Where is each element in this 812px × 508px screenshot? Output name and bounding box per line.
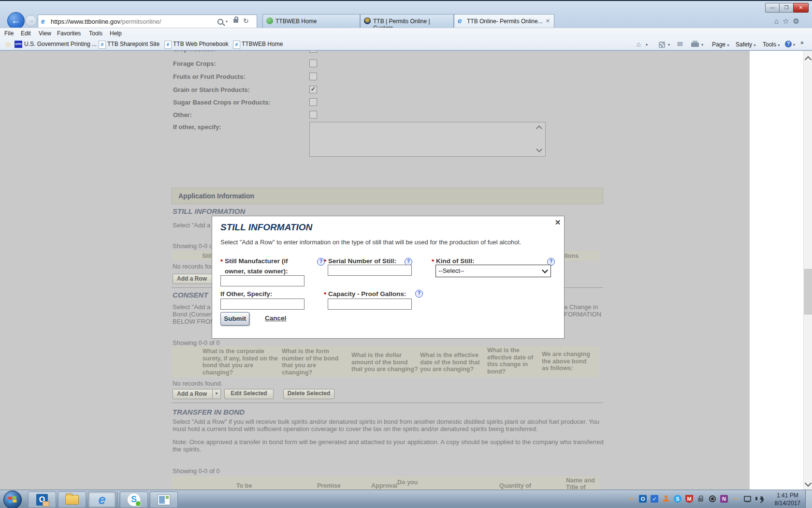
home-icon[interactable]: ⌂ <box>774 17 783 25</box>
rss-caret-icon[interactable]: ▾ <box>668 43 670 47</box>
taskbar-skype-button[interactable]: S <box>120 492 148 508</box>
edit-selected-button: Edit Selected <box>224 389 274 399</box>
serial-input[interactable] <box>328 265 412 276</box>
transfer-para-line1: Select "Add a Row" if you will receive b… <box>173 418 599 425</box>
browser-command-icons: ⌂☆⚙ <box>774 17 803 26</box>
modal-close-icon[interactable]: ✕ <box>553 218 562 227</box>
overflow-chevron-icon[interactable]: » <box>800 39 804 46</box>
taskbar-clock[interactable]: 1:41 PM 8/14/2017 <box>775 492 800 507</box>
close-button[interactable]: ✕ <box>793 3 809 13</box>
scrollbar-thumb[interactable] <box>804 269 812 314</box>
tray-mail-icon[interactable]: ✉ <box>627 495 635 503</box>
search-icon[interactable] <box>218 19 223 25</box>
tab-close-icon[interactable]: ✕ <box>546 18 550 24</box>
home-icon[interactable]: ⌂ <box>637 40 640 48</box>
tray-swoosh-icon[interactable]: ~ <box>732 495 740 503</box>
favorite-sharepoint[interactable]: TTB Sharepoint Site <box>107 41 160 47</box>
taskbar-outlook-button[interactable]: O <box>28 492 56 508</box>
submit-button[interactable]: Submit <box>220 312 249 326</box>
skype-icon: S <box>128 493 140 506</box>
fruits-checkbox <box>309 73 317 80</box>
help-caret-icon[interactable]: ▾ <box>793 43 795 47</box>
favorite-phonebook[interactable]: TTB Web Phonebook <box>173 41 229 47</box>
taskbar-ie-button-active[interactable]: e <box>88 492 116 508</box>
search-caret-icon[interactable]: ▾ <box>226 19 228 24</box>
menu-edit[interactable]: Edit <box>21 30 31 37</box>
consent-col-2: What is the formnumber of the bond that … <box>282 348 349 376</box>
tray-mcafee-icon[interactable]: M <box>685 495 693 503</box>
favorites-star-icon[interactable]: ☆ <box>783 17 793 25</box>
cancel-link[interactable]: Cancel <box>265 314 286 322</box>
favorite-gpo[interactable]: U.S. Government Printing ... <box>24 41 97 47</box>
tray-target-icon[interactable] <box>709 495 716 503</box>
scrollbar-down-icon[interactable] <box>805 480 812 487</box>
menu-file[interactable]: File <box>4 30 14 37</box>
restore-button[interactable]: ❐ <box>779 3 794 13</box>
tray-outlook-icon[interactable]: O <box>639 495 647 503</box>
address-bar[interactable]: e https://www.ttbonline.gov/permitsonlin… <box>38 15 257 28</box>
transfer-showing-count: Showing 0-0 of 0 <box>173 467 220 475</box>
settings-gear-icon[interactable]: ⚙ <box>793 17 803 25</box>
ie-doc-icon: e <box>99 41 106 49</box>
scrollbar-up-icon[interactable] <box>805 56 812 63</box>
scroll-down-icon <box>536 146 542 152</box>
add-row-dropdown-icon: ▼ <box>212 389 220 399</box>
minimize-button[interactable]: — <box>765 3 780 13</box>
show-desktop-button[interactable] <box>805 490 812 508</box>
if-other-label: If other, specify: <box>173 123 221 131</box>
favorite-ttbweb-home[interactable]: TTBWEB Home <box>242 41 283 47</box>
refresh-icon[interactable]: ↻ <box>243 17 249 25</box>
menu-favorites[interactable]: Favorites <box>57 30 81 37</box>
kind-select[interactable]: --Select-- <box>435 265 551 277</box>
consent-col-6: We are changingthe above bond as follows… <box>542 351 599 372</box>
menu-view[interactable]: View <box>39 30 51 37</box>
add-favorite-star-icon[interactable]: ☆ <box>5 40 11 49</box>
help-icon[interactable]: ? <box>785 41 792 47</box>
check-icon: ✓ <box>311 86 316 92</box>
print-caret-icon[interactable]: ▾ <box>701 43 703 47</box>
start-button[interactable] <box>3 491 22 508</box>
taskbar-explorer-button[interactable] <box>58 492 86 508</box>
tab-ttbweb-home[interactable]: TTBWEB Home <box>262 14 360 28</box>
delete-selected-button: Delete Selected <box>283 389 334 399</box>
capacity-input[interactable] <box>328 299 412 310</box>
menu-tools[interactable]: Tools <box>89 30 102 37</box>
tab-ttb-online-active[interactable]: e TTB Online- Permits Online... ✕ <box>454 14 554 28</box>
tray-skype-icon[interactable]: S <box>674 495 682 503</box>
page-menu[interactable]: Page ▾ <box>712 41 729 48</box>
home-caret-icon[interactable]: ▾ <box>646 43 648 47</box>
tray-network-icon[interactable] <box>743 495 751 503</box>
application-information-bar: Application Information <box>172 188 603 204</box>
tools-menu[interactable]: Tools ▾ <box>763 41 780 48</box>
transfer-note-line2: the spirits. <box>173 446 201 453</box>
required-mark: * <box>220 258 223 265</box>
page-vertical-scrollbar[interactable] <box>803 49 812 490</box>
consent-intro-line1: Select "Add a R <box>173 303 217 311</box>
menu-help[interactable]: Help <box>110 30 122 37</box>
tray-person-icon[interactable] <box>662 495 670 503</box>
modal-if-other-input[interactable] <box>220 299 304 310</box>
read-mail-icon[interactable]: ✉ <box>677 40 683 48</box>
consent-intro-frag-right2: FORMATION <box>564 311 601 318</box>
consent-section-heading: CONSENT <box>173 291 208 299</box>
safety-menu[interactable]: Safety ▾ <box>736 41 755 48</box>
still-section-heading: STILL INFORMATION <box>173 207 245 215</box>
back-button[interactable]: ← <box>7 12 25 30</box>
tray-onenote-clipper-icon[interactable]: N <box>720 495 728 503</box>
taskbar-window-button[interactable] <box>150 492 178 508</box>
menu-bar: File Edit View Favorites Tools Help <box>0 28 812 39</box>
page-right-margin <box>750 49 803 490</box>
forward-button[interactable]: → <box>25 15 37 27</box>
lock-icon <box>233 19 238 23</box>
transfer-col-tobe: To be <box>236 482 252 489</box>
tray-volume-icon[interactable] <box>755 495 763 503</box>
capacity-help-icon[interactable]: ? <box>415 290 423 298</box>
tray-tasks-icon[interactable]: ✓ <box>651 495 658 503</box>
manufacturer-input[interactable] <box>220 275 304 286</box>
rss-feed-icon[interactable] <box>659 42 665 48</box>
tray-lock-icon[interactable] <box>697 495 705 503</box>
print-icon[interactable] <box>691 43 699 47</box>
tab-ttb-permits[interactable]: TTB | Permits Online | Custom... <box>360 14 454 28</box>
taskbar-separator <box>117 492 118 507</box>
consent-intro-frag-right1: a Change in <box>564 303 598 311</box>
